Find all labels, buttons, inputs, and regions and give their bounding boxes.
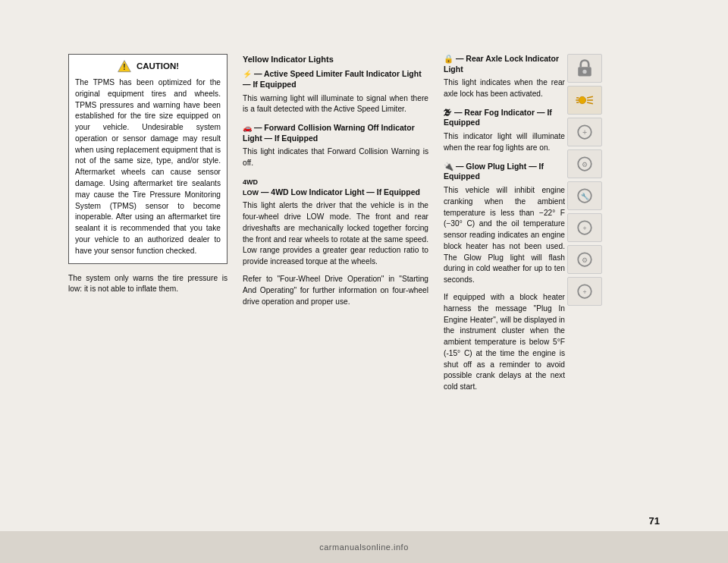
svg-text:🔧: 🔧 xyxy=(581,192,589,201)
yellow-lights-heading: Yellow Indicator Lights xyxy=(243,54,428,64)
glow-plug-heading: 🔌 — Glow Plug Light — If Equipped xyxy=(444,162,565,182)
rear-axle-heading-text: — Rear Axle Lock Indicator Light xyxy=(444,54,559,74)
icon-4: ⚙ xyxy=(574,153,595,175)
rear-fog-block: 🌫 — Rear Fog Indicator — If Equipped Thi… xyxy=(444,108,565,154)
glow-plug-icon: 🔌 xyxy=(444,162,453,171)
rear-fog-heading: 🌫 — Rear Fog Indicator — If Equipped xyxy=(444,108,565,128)
watermark-text: carmanualsonline.info xyxy=(319,543,409,552)
active-speed-limiter-body: This warning light will illuminate to si… xyxy=(243,93,428,116)
caution-box: ! CAUTION! The TPMS has been optimized f… xyxy=(68,54,228,264)
page-number: 71 xyxy=(649,515,660,527)
icon-box-6: + xyxy=(567,213,602,242)
svg-text:⚙: ⚙ xyxy=(582,161,588,168)
rear-axle-icon: 🔒 xyxy=(444,54,453,63)
icon-7: ⚙ xyxy=(574,249,595,270)
icon-8: + xyxy=(574,281,595,302)
rear-axle-lock-heading: 🔒 — Rear Axle Lock Indicator Light xyxy=(444,54,565,74)
icon-box-5: 🔧 xyxy=(567,181,602,210)
svg-line-5 xyxy=(587,96,593,98)
icon-box-3: + xyxy=(567,118,602,146)
svg-line-7 xyxy=(587,102,593,104)
glow-plug-block: 🔌 — Glow Plug Light — If Equipped This v… xyxy=(444,162,565,393)
4wd-low-heading: 4WDLOW — 4WD Low Indicator Light — If Eq… xyxy=(243,177,428,197)
4wd-heading-text: — 4WD Low Indicator Light — If Equipped xyxy=(261,187,420,197)
rear-axle-lock-body: This light indicates when the rear axle … xyxy=(444,77,565,100)
active-speed-limiter-heading: ⚡ — Active Speed Limiter Fault Indicator… xyxy=(243,69,428,90)
rear-fog-icon: 🌫 xyxy=(444,108,452,117)
rear-fog-indicator-icon xyxy=(574,90,595,111)
axle-lock-indicator-icon xyxy=(574,58,595,79)
forward-collision-icon-symbol: 🚗 xyxy=(243,124,252,132)
content-area: ! CAUTION! The TPMS has been optimized f… xyxy=(68,54,660,509)
caution-footer-text: The system only warns the tire pressure … xyxy=(68,273,228,296)
glow-plug-body: This vehicle will inhibit engine crankin… xyxy=(444,185,565,286)
icon-3: + xyxy=(574,121,595,143)
svg-text:!: ! xyxy=(123,63,125,71)
page: ! CAUTION! The TPMS has been optimized f… xyxy=(0,0,728,563)
glow-plug-extra: If equipped with a block heater harness … xyxy=(444,292,565,393)
rear-axle-lock-block: 🔒 — Rear Axle Lock Indicator Light This … xyxy=(444,54,565,100)
watermark-bar: carmanualsonline.info xyxy=(0,531,728,563)
svg-text:+: + xyxy=(582,288,586,296)
right-icons-column: + ⚙ 🔧 xyxy=(567,54,607,306)
svg-point-4 xyxy=(579,96,585,103)
icon-box-8: + xyxy=(567,277,602,306)
icon-box-1 xyxy=(567,54,602,83)
rear-fog-body: This indicator light will illuminate whe… xyxy=(444,131,565,154)
active-speed-limiter-heading-text: — Active Speed Limiter Fault Indicator L… xyxy=(243,69,422,89)
svg-text:+: + xyxy=(582,225,586,232)
forward-collision-body: This light indicates that Forward Collis… xyxy=(243,146,428,169)
caution-label: CAUTION! xyxy=(136,61,179,71)
caution-body-text: The TPMS has been optimized for the orig… xyxy=(75,77,221,257)
forward-collision-heading: 🚗 — Forward Collision Warning Off Indica… xyxy=(243,123,428,143)
middle-column: Yellow Indicator Lights ⚡ — Active Speed… xyxy=(235,54,436,509)
forward-collision-block: 🚗 — Forward Collision Warning Off Indica… xyxy=(243,123,428,169)
icon-box-7: ⚙ xyxy=(567,245,602,274)
left-column: ! CAUTION! The TPMS has been optimized f… xyxy=(68,54,235,509)
icon-6: + xyxy=(574,217,595,238)
4wd-low-body: This light alerts the driver that the ve… xyxy=(243,200,428,268)
4wd-low-extra: Refer to "Four-Wheel Drive Operation" in… xyxy=(243,274,428,307)
rear-fog-heading-text: — Rear Fog Indicator — If Equipped xyxy=(444,108,552,127)
4wd-icon-symbol: 4WDLOW xyxy=(243,178,259,197)
caution-header: ! CAUTION! xyxy=(75,59,221,73)
icon-box-4: ⚙ xyxy=(567,149,602,178)
right-text-area: 🔒 — Rear Axle Lock Indicator Light This … xyxy=(444,54,565,393)
active-speed-limiter-block: ⚡ — Active Speed Limiter Fault Indicator… xyxy=(243,69,428,115)
caution-triangle-icon: ! xyxy=(117,59,132,73)
svg-text:+: + xyxy=(582,127,587,137)
svg-point-3 xyxy=(582,70,586,74)
active-speed-limiter-icon-symbol: ⚡ xyxy=(243,70,252,78)
right-column: 🔒 — Rear Axle Lock Indicator Light This … xyxy=(436,54,607,509)
glow-plug-heading-text: — Glow Plug Light — If Equipped xyxy=(444,162,544,181)
svg-text:⚙: ⚙ xyxy=(582,256,588,264)
icon-5: 🔧 xyxy=(574,185,595,206)
forward-collision-heading-text: — Forward Collision Warning Off Indicato… xyxy=(243,123,415,143)
icon-box-2 xyxy=(567,86,602,115)
4wd-low-block: 4WDLOW — 4WD Low Indicator Light — If Eq… xyxy=(243,177,428,307)
